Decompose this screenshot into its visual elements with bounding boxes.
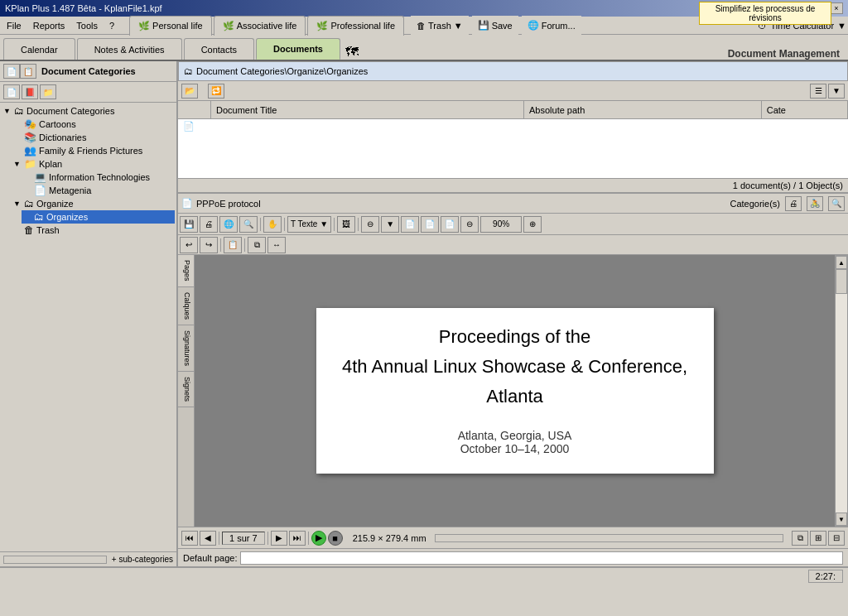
scroll-up-btn[interactable]: ▲ xyxy=(836,256,847,269)
tab-professional-life[interactable]: 🌿 Professional life xyxy=(307,16,404,36)
tab-signets[interactable]: Signets xyxy=(178,372,194,407)
status-bar: 2:27: xyxy=(0,566,848,585)
pdf-stop-btn[interactable]: ■ xyxy=(328,531,343,546)
tree-item-infotech[interactable]: 💻 Information Technologies xyxy=(22,171,175,184)
pdf-save-btn[interactable]: 💾 xyxy=(180,216,198,233)
toolbar-folder-icon[interactable]: 📁 xyxy=(40,84,56,99)
tree-item-metagenia[interactable]: 📄 Metagenia xyxy=(22,184,175,197)
tree-item-organizes[interactable]: 🗂 Organizes xyxy=(22,210,175,224)
toolbar-doc-icon[interactable]: 📄 xyxy=(3,84,20,99)
scroll-thumb[interactable] xyxy=(836,269,847,294)
pdf-zoom-dropdown[interactable]: ▼ xyxy=(381,216,399,233)
tab-calendar[interactable]: Calendar xyxy=(3,38,75,60)
pdf-zoom-out[interactable]: ⊖ xyxy=(361,216,379,233)
tab-pages[interactable]: Pages xyxy=(178,255,194,287)
window-title: KPlan Plus 1.487 Bêta - KplanFile1.kpf xyxy=(5,3,162,13)
pdf-undo-btn[interactable]: ↩ xyxy=(180,237,198,253)
sep1 xyxy=(260,218,261,231)
pdf-vertical-scrollbar[interactable]: ▲ ▼ xyxy=(835,255,848,527)
pdf-copy-btn[interactable]: 📋 xyxy=(224,237,242,253)
horizontal-scrollbar[interactable] xyxy=(3,556,107,564)
sep6 xyxy=(244,238,245,252)
pdf-img-btn[interactable]: 🖼 xyxy=(337,216,355,233)
pdf-bike-icon[interactable]: 🚴 xyxy=(807,196,823,211)
pdf-page-next[interactable]: 📄 xyxy=(421,216,439,233)
right-toolbar-view-btn[interactable]: ☰ xyxy=(810,84,826,99)
pdf-next-page[interactable]: ▶ xyxy=(271,531,287,546)
pdf-play-btn[interactable]: ▶ xyxy=(311,531,326,546)
pdf-print-btn[interactable]: 🖨 xyxy=(785,196,802,211)
tab-calques[interactable]: Calques xyxy=(178,287,194,325)
scroll-down-btn[interactable]: ▼ xyxy=(836,513,847,526)
pdf-zoom-btn[interactable]: 🔍 xyxy=(239,216,258,233)
tree-label-dictionaries: Dictionaries xyxy=(39,132,86,142)
forum-button[interactable]: 🌐 Forum... xyxy=(522,16,581,36)
col-path[interactable]: Absolute path xyxy=(524,101,762,118)
pdf-paste-btn[interactable]: ⧉ xyxy=(248,237,266,253)
pdf-content-sub1: Atlanta, Georgia, USA xyxy=(458,429,572,442)
panel-icon-1[interactable]: 📄 xyxy=(3,64,20,79)
pdf-zoom-out-btn[interactable]: ⊖ xyxy=(460,216,479,233)
toolbar-red-icon[interactable]: 📕 xyxy=(22,84,38,99)
menu-tools[interactable]: Tools xyxy=(71,19,103,32)
pdf-search-icon[interactable]: 🔍 xyxy=(828,196,845,211)
tree-item-kplan[interactable]: ▼ 📁 Kplan xyxy=(12,157,175,171)
tree-item-trash[interactable]: 🗑 Trash xyxy=(12,224,175,237)
col-cate[interactable]: Cate xyxy=(762,101,848,118)
breadcrumb: Document Categories\Organize\Organizes xyxy=(196,66,368,76)
tree-item-dictionaries[interactable]: 📚 Dictionaries xyxy=(12,131,175,144)
map-icon[interactable]: 🗺 xyxy=(345,45,359,60)
pdf-page-prev[interactable]: 📄 xyxy=(401,216,419,233)
pdf-zoom-input[interactable]: 90% xyxy=(480,216,522,233)
pdf-redo-btn[interactable]: ↪ xyxy=(200,237,218,253)
pdf-first-page[interactable]: ⏮ xyxy=(181,531,198,546)
close-button[interactable]: × xyxy=(830,2,843,14)
right-toolbar-btn2[interactable]: 🔁 xyxy=(208,84,224,99)
tab-notes-activities[interactable]: Notes & Activities xyxy=(77,38,182,60)
pdf-print-btn2[interactable]: 🖨 xyxy=(200,216,218,233)
pdf-main[interactable]: Proceedings of the 4th Annual Linux Show… xyxy=(195,255,835,527)
document-list: 📄 xyxy=(178,119,848,178)
panel-icon-2[interactable]: 📋 xyxy=(20,64,36,79)
pdf-view-btn2[interactable]: ⊞ xyxy=(810,531,826,546)
tab-documents[interactable]: Documents xyxy=(256,38,340,60)
pdf-header: 📄 PPPoE protocol Categorie(s) 🖨 🚴 🔍 xyxy=(178,194,848,214)
default-page-input[interactable] xyxy=(240,551,843,565)
col-icon xyxy=(178,101,211,118)
pdf-page-2[interactable]: 📄 xyxy=(441,216,459,233)
tab-contacts[interactable]: Contacts xyxy=(184,38,254,60)
pdf-horizontal-scrollbar[interactable] xyxy=(435,534,783,542)
pdf-content-sub2: October 10–14, 2000 xyxy=(460,442,570,455)
doc-row-1[interactable]: 📄 xyxy=(178,119,848,133)
add-subcategory-label[interactable]: + sub-categories xyxy=(112,555,173,564)
tab-signatures[interactable]: Signatures xyxy=(178,325,194,372)
menu-help[interactable]: ? xyxy=(104,19,119,32)
pdf-hand-btn[interactable]: ✋ xyxy=(263,216,282,233)
pdf-view-btn3[interactable]: ⊟ xyxy=(828,531,845,546)
panel-toolbar: 📄 📕 📁 xyxy=(0,82,176,103)
trash-button[interactable]: 🗑 Trash ▼ xyxy=(411,16,469,36)
tree-item-cartoons[interactable]: 🎭 Cartoons xyxy=(12,118,175,131)
pdf-prev-page[interactable]: ◀ xyxy=(200,531,216,546)
tab-personal-life[interactable]: 🌿 Personal life xyxy=(129,16,212,36)
tab-associative-life[interactable]: 🌿 Associative life xyxy=(214,16,306,36)
pdf-zoom-in[interactable]: ⊕ xyxy=(523,216,542,233)
pdf-view-btn1[interactable]: ⧉ xyxy=(792,531,808,546)
pdf-last-page[interactable]: ⏭ xyxy=(289,531,306,546)
tree-item-root[interactable]: ▼ 🗂 Document Categories xyxy=(2,104,175,118)
sep5 xyxy=(220,238,221,252)
menu-file[interactable]: File xyxy=(2,19,26,32)
pdf-web-btn[interactable]: 🌐 xyxy=(219,216,238,233)
scroll-track[interactable] xyxy=(836,269,847,513)
tree-item-family[interactable]: 👥 Family & Friends Pictures xyxy=(12,144,175,157)
col-title[interactable]: Document Title xyxy=(211,101,524,118)
pdf-title: PPPoE protocol xyxy=(196,199,261,209)
sep2 xyxy=(284,218,285,231)
save-button[interactable]: 💾 Save xyxy=(472,16,518,36)
tree-item-organize[interactable]: ▼ 🗂 Organize xyxy=(12,197,175,210)
pdf-swap-btn[interactable]: ↔ xyxy=(267,237,286,253)
right-toolbar-btn1[interactable]: 📂 xyxy=(181,84,198,99)
pdf-text-tool[interactable]: T Texte ▼ xyxy=(287,216,331,233)
right-toolbar-menu-btn[interactable]: ▼ xyxy=(828,84,845,99)
menu-reports[interactable]: Reports xyxy=(28,19,70,32)
